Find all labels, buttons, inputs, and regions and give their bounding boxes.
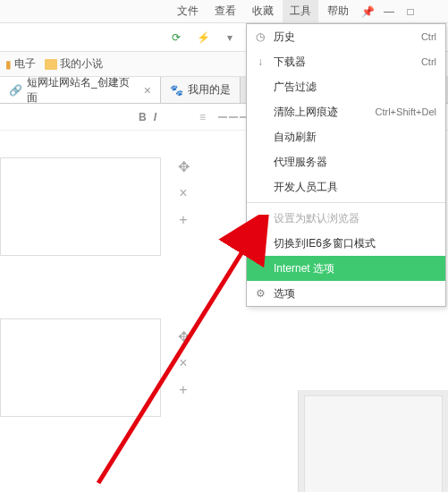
bookmark-label: 电子 [14, 56, 36, 72]
check-icon: ✓ [254, 212, 266, 225]
gear-icon: ⚙ [254, 287, 266, 300]
panels [0, 157, 161, 479]
dd-devtools[interactable]: 开发人员工具 [247, 174, 445, 199]
link-icon: 🔗 [9, 84, 21, 97]
clock-icon: ◷ [254, 30, 266, 43]
move-icon[interactable]: ✥ [174, 327, 192, 345]
dd-downloads[interactable]: ↓ 下载器 Ctrl [247, 49, 445, 74]
dd-label: 广告过滤 [274, 80, 317, 95]
dd-label: 历史 [274, 30, 295, 45]
dd-default-browser: ✓ 设置为默认浏览器 [247, 206, 445, 231]
move-icon[interactable]: ✥ [174, 157, 192, 175]
dd-label: 开发人员工具 [274, 180, 338, 195]
dd-label: Internet 选项 [274, 261, 334, 276]
pin-icon[interactable]: 📌 [358, 3, 377, 21]
content-panel[interactable] [0, 318, 161, 417]
menu-view[interactable]: 查看 [207, 0, 243, 22]
dd-internet-options[interactable]: Internet 选项 [247, 256, 445, 281]
dd-shortcut: Ctrl [421, 31, 436, 42]
dd-options[interactable]: ⚙ 选项 [247, 281, 445, 306]
dd-label: 设置为默认浏览器 [274, 211, 359, 226]
dd-label: 选项 [274, 286, 295, 301]
tools-dropdown: ◷ 历史 Ctrl ↓ 下载器 Ctrl 广告过滤 清除上网痕迹 Ctrl+Sh… [246, 23, 446, 307]
content-panel[interactable] [0, 157, 161, 256]
bookmark-folder[interactable]: 我的小说 [45, 56, 103, 72]
side-panel-inner [304, 395, 443, 492]
panel-controls: ✥ × + [174, 157, 192, 229]
dd-label: 清除上网痕迹 [274, 105, 338, 120]
close-icon[interactable]: × [174, 354, 192, 372]
tab[interactable]: 🐾 我用的是 [161, 77, 241, 103]
separator [247, 202, 445, 203]
folder-icon [45, 59, 57, 70]
maximize-button[interactable]: □ [401, 3, 420, 21]
close-icon[interactable]: × [144, 83, 151, 98]
dd-adblock[interactable]: 广告过滤 [247, 74, 445, 99]
menu-tools[interactable]: 工具 [283, 0, 318, 22]
dd-shortcut: Ctrl [421, 56, 436, 67]
italic-button[interactable]: I [154, 111, 156, 123]
close-icon[interactable]: × [174, 184, 192, 202]
menu-favorites[interactable]: 收藏 [245, 0, 281, 22]
add-icon[interactable]: + [174, 211, 192, 229]
bookmark-folder[interactable]: ▮ 电子 [5, 56, 36, 72]
dd-clear-traces[interactable]: 清除上网痕迹 Ctrl+Shift+Del [247, 99, 445, 124]
tab-label: 我用的是 [188, 82, 231, 98]
dd-history[interactable]: ◷ 历史 Ctrl [247, 24, 445, 49]
dd-proxy[interactable]: 代理服务器 [247, 149, 445, 174]
dd-label: 下载器 [274, 55, 306, 70]
tab[interactable]: 🔗 短网址网站名_创建页面 × [0, 77, 161, 103]
refresh-icon[interactable]: ⟳ [165, 27, 187, 48]
bold-button[interactable]: B [139, 111, 147, 123]
dd-label: 代理服务器 [274, 155, 327, 170]
folder-icon: ▮ [5, 58, 12, 71]
menubar: 文件 查看 收藏 工具 帮助 📌 — □ [0, 0, 448, 23]
download-icon: ↓ [254, 55, 266, 68]
dd-label: 切换到IE6多窗口模式 [274, 236, 376, 251]
add-icon[interactable]: + [174, 381, 192, 399]
menu-help[interactable]: 帮助 [320, 0, 356, 22]
lightning-icon[interactable]: ⚡ [192, 27, 214, 48]
dd-switch-ie6[interactable]: 切换到IE6多窗口模式 [247, 231, 445, 256]
side-panel [298, 390, 448, 492]
menu-file[interactable]: 文件 [170, 0, 206, 22]
dash-decoration [218, 116, 249, 118]
minimize-button[interactable]: — [379, 3, 399, 21]
dropdown-icon[interactable]: ▾ [219, 27, 241, 48]
bookmark-label: 我的小说 [60, 56, 103, 72]
dd-shortcut: Ctrl+Shift+Del [376, 106, 436, 117]
paw-icon: 🐾 [170, 84, 182, 97]
dd-autorefresh[interactable]: 自动刷新 [247, 124, 445, 149]
panel-controls: ✥ × + [174, 327, 192, 399]
align-icon[interactable]: ≡ [199, 111, 206, 123]
tab-label: 短网址网站名_创建页面 [27, 75, 139, 106]
dd-label: 自动刷新 [274, 130, 317, 145]
